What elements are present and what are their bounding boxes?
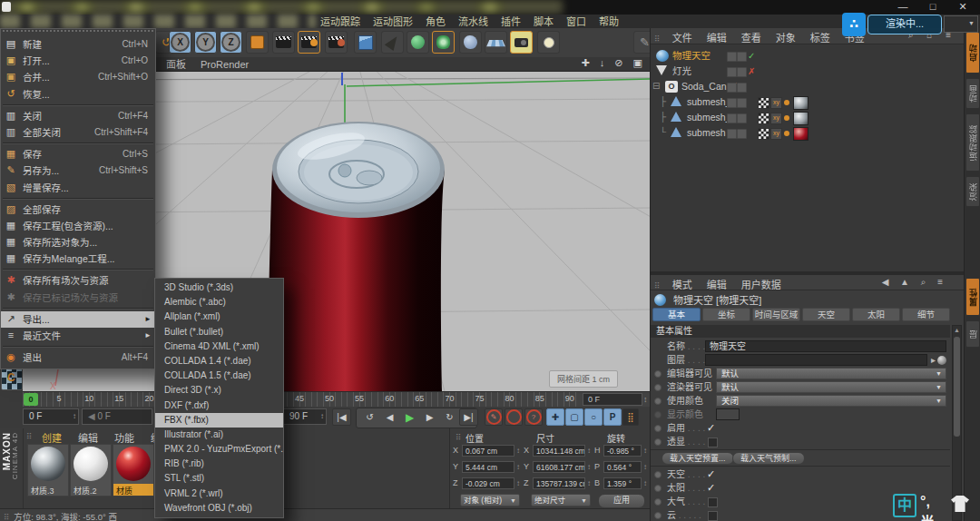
coordinate-value-field[interactable]: 61608.177 cm <box>533 461 585 473</box>
timeline-end-field[interactable]: 0 F <box>583 393 642 406</box>
menubar-item[interactable]: 插件 <box>495 15 527 28</box>
menu-tearoff-dots[interactable] <box>3 30 153 35</box>
add-cube-button[interactable] <box>354 31 377 54</box>
play-cycle-button[interactable]: ↻ <box>440 408 459 426</box>
uv-tag-icon[interactable] <box>758 97 769 109</box>
keyframe-dot-icon[interactable] <box>654 411 662 418</box>
selection-tag-icon[interactable] <box>784 131 789 136</box>
file-menu-item[interactable]: ▧增量保存... <box>1 180 155 196</box>
object-tree-row[interactable]: └submeshxy <box>651 125 964 141</box>
viewport-nav-icons[interactable]: ✚ ↓ ⊘ ▣ <box>582 57 647 69</box>
layer-tag-icon[interactable] <box>727 52 737 62</box>
file-menu-item[interactable]: ▤新建Ctrl+N <box>1 36 155 53</box>
spinner-arrows-icon[interactable]: ↕ <box>516 479 520 487</box>
object-manager-menu-item[interactable]: 对象 <box>769 28 803 44</box>
material-swatch[interactable]: 材质 <box>113 444 154 496</box>
close-button[interactable]: ✕ <box>951 0 975 14</box>
phong-tag-icon[interactable]: xy <box>770 128 782 140</box>
keyframe-dot-icon[interactable] <box>654 471 662 478</box>
coordinate-value-field[interactable]: 5.444 cm <box>462 461 514 473</box>
basic-properties-section-header[interactable]: 基本属性 <box>651 325 950 338</box>
object-name[interactable]: submesh <box>687 125 726 140</box>
coordinate-value-field[interactable]: 10341.148 cm <box>533 445 585 457</box>
layer-browser-icon[interactable] <box>937 356 946 365</box>
spinner-arrows-icon[interactable]: ↕ <box>643 447 647 455</box>
material-tag-icon[interactable] <box>793 96 808 110</box>
attribute-scrollbar[interactable]: ▲ <box>952 325 962 521</box>
restore-button[interactable]: □ <box>921 0 945 14</box>
coordinate-value-field[interactable]: -0.029 cm <box>462 477 514 489</box>
checkbox-checked-icon[interactable]: ✓ <box>707 421 715 434</box>
file-menu-item[interactable]: ▨全部保存 <box>1 202 155 218</box>
apply-button[interactable]: 应用 <box>598 494 645 508</box>
selection-tag-icon[interactable] <box>784 100 789 105</box>
layer-tag-icon[interactable] <box>727 83 737 93</box>
object-manager-menu-item[interactable]: 文件 <box>665 28 700 44</box>
layout-tab[interactable]: 动画 <box>965 78 980 109</box>
disabled-cross-icon[interactable]: ✗ <box>748 64 755 79</box>
keyframe-dot-icon[interactable] <box>654 398 662 405</box>
keyframe-dot-icon[interactable] <box>654 425 662 432</box>
render-settings-button[interactable] <box>325 31 348 54</box>
visibility-tag-icon[interactable] <box>737 52 747 62</box>
camera-button[interactable] <box>510 31 533 54</box>
export-format-item[interactable]: Cinema 4D XML (*.xml) <box>155 339 283 354</box>
coordinate-mode-dropdown[interactable]: 绝对尺寸▼ <box>531 494 591 506</box>
layer-tag-icon[interactable] <box>727 98 737 108</box>
render-view-button[interactable] <box>272 31 295 54</box>
export-format-item[interactable]: Illustrator (*.ai) <box>155 428 283 442</box>
keyframe-dot-icon[interactable] <box>654 384 662 391</box>
menubar-item[interactable]: 运动跟踪 <box>314 15 367 28</box>
file-menu-item[interactable]: ▣打开...Ctrl+O <box>1 53 155 69</box>
panel-drag-handle[interactable]: ⠿ <box>651 279 662 290</box>
attribute-menu-item[interactable]: 模式 <box>665 275 700 291</box>
checkbox-checked-icon[interactable]: ✓ <box>707 467 715 480</box>
keyframe-dot-icon[interactable] <box>654 370 662 378</box>
spinner-arrows-icon[interactable]: ↕ <box>587 479 591 487</box>
play-forwards-button[interactable]: ▶ <box>400 408 419 426</box>
coordinate-system-button[interactable] <box>246 31 269 54</box>
file-menu-item[interactable]: ▦保存为Melange工程... <box>1 251 155 267</box>
record-pla-button[interactable]: ⣿ <box>622 408 639 426</box>
attribute-menu-item[interactable]: 用户数据 <box>734 275 789 291</box>
record-scale-button[interactable]: ▢ <box>565 408 583 426</box>
pen-spline-button[interactable] <box>381 31 404 54</box>
checkbox-checked-icon[interactable]: ✓ <box>707 481 715 494</box>
material-tag-icon[interactable] <box>793 112 808 125</box>
coordinate-mode-dropdown[interactable]: 对象 (相对)▼ <box>460 494 520 506</box>
keyframe-dot-icon[interactable] <box>654 438 662 446</box>
visibility-tag-icon[interactable] <box>737 83 747 93</box>
export-format-item[interactable]: Direct 3D (*.x) <box>155 383 283 398</box>
layout-tab[interactable]: 渲染 <box>965 176 980 207</box>
minimize-button[interactable]: — <box>891 0 915 14</box>
play-backwards-button[interactable]: ↺ <box>360 408 379 426</box>
record-active-objects-button[interactable]: ✎ <box>485 408 503 426</box>
layer-tag-icon[interactable] <box>727 113 737 123</box>
menubar-item[interactable]: 窗口 <box>560 15 593 28</box>
coordinate-value-field[interactable]: 135787.139 cm <box>533 477 585 489</box>
panel-tab[interactable]: 层 <box>965 320 980 348</box>
checkbox-unchecked-icon[interactable] <box>708 511 718 521</box>
visibility-tag-icon[interactable] <box>737 98 747 108</box>
keyframe-dot-icon[interactable] <box>654 498 662 506</box>
goto-end-button[interactable]: ▶| <box>459 408 478 426</box>
object-tree-row[interactable]: ├submesh_2xy <box>651 94 964 110</box>
panel-drag-handle[interactable]: ⠿ <box>23 429 34 441</box>
attribute-tab[interactable]: 天空 <box>802 308 850 321</box>
object-name[interactable]: 物理天空 <box>672 48 710 63</box>
object-tree-row[interactable]: ├submesh_1xy <box>651 110 964 125</box>
material-menu-item[interactable]: 功能 <box>106 428 142 445</box>
attribute-tab[interactable]: 时间与区域 <box>752 308 800 321</box>
file-menu-item[interactable]: ▥全部关闭Ctrl+Shift+F4 <box>1 124 155 141</box>
panel-drag-handle[interactable]: ⠿ <box>452 430 464 442</box>
selection-tag-icon[interactable] <box>784 115 789 121</box>
object-tree-row[interactable]: ⊟OSoda_Can.obj <box>651 79 964 94</box>
attribute-dropdown[interactable]: 默认▼ <box>716 381 946 393</box>
object-manager-menu-item[interactable]: 编辑 <box>700 28 734 44</box>
panel-drag-handle[interactable]: ⠿ <box>651 32 662 44</box>
object-tree-row[interactable]: 物理天空✓ <box>651 48 964 64</box>
menubar-item[interactable]: 角色 <box>419 15 452 28</box>
export-format-item[interactable]: FBX (*.fbx) <box>155 413 283 428</box>
scrollbar-thumb[interactable] <box>954 337 960 437</box>
attribute-dropdown[interactable]: 关闭▼ <box>716 395 946 407</box>
